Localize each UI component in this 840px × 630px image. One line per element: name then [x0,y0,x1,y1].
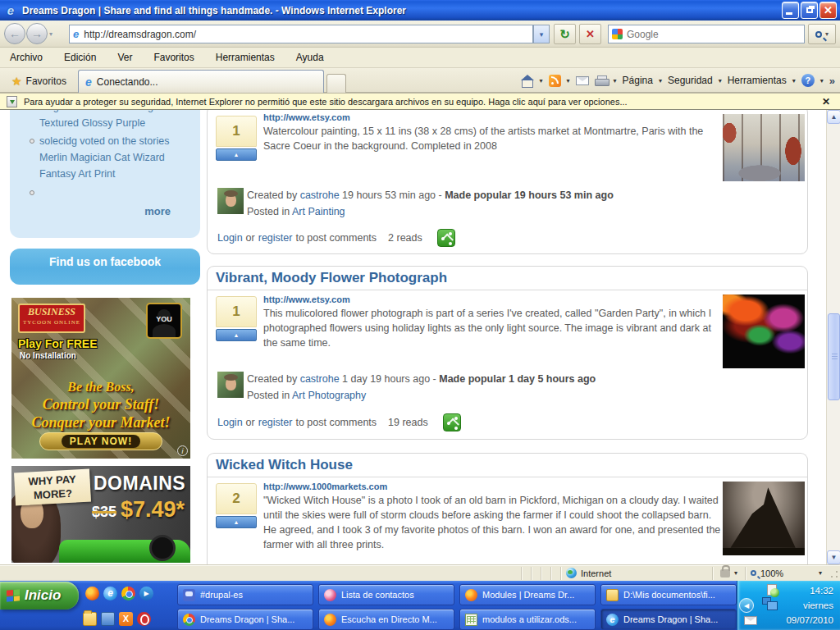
vote-up-button[interactable]: ▲ [216,148,257,161]
search-box[interactable] [608,25,805,43]
task-mis-documentos[interactable]: D:\Mis documentos\fi... [600,584,737,605]
category-link-painting[interactable]: Painting [308,206,345,217]
category-link-art[interactable]: Art [292,206,305,217]
story-thumbnail-flower[interactable] [723,294,805,368]
story-title[interactable]: Vibrant, Moody Flower Photograph [216,270,447,286]
search-input[interactable] [627,29,801,40]
update-tray-icon[interactable] [767,584,777,596]
facebook-button[interactable]: Find us on facebook [10,249,200,285]
story-source-link[interactable]: http://www.etsy.com [263,112,350,122]
menu-edicion[interactable]: Edición [64,52,96,63]
close-button[interactable]: ✕ [819,2,837,19]
task-modules-dreams[interactable]: Modules | Dreams Dr... [459,584,596,605]
print-icon[interactable] [595,75,608,85]
story-thumbnail-barn[interactable] [723,482,805,555]
page-menu[interactable]: Página [623,75,653,86]
rss-icon[interactable] [549,75,561,87]
menu-herramientas[interactable]: Herramientas [216,52,275,63]
task-dreams-dragon-chrome[interactable]: Dreams Dragon | Sha... [177,609,313,630]
category-link-art[interactable]: Art [292,390,305,401]
protected-mode-pane[interactable]: ▾ [712,567,745,580]
sidebar-link-textured-glossy[interactable]: Textured Glossy Purple [39,117,145,129]
favorites-button[interactable]: ★ Favoritos [5,71,73,90]
sidebar-link-fantasy-art[interactable]: Fantasy Art Print [39,168,115,180]
login-link[interactable]: Login [217,417,243,428]
avatar[interactable] [217,372,244,398]
sidebar-more-link[interactable]: more [144,205,171,217]
menu-ver[interactable]: Ver [117,52,132,63]
security-dropdown[interactable]: ▾ [719,77,722,84]
restore-button[interactable] [801,2,818,19]
info-bar-text[interactable]: Para ayudar a proteger su seguridad, Int… [24,97,812,107]
mail-icon[interactable] [576,76,589,85]
story-thumbnail-painting[interactable] [723,114,805,181]
ie-icon[interactable]: e [103,587,117,600]
start-button[interactable]: Inicio [0,582,79,609]
page-dropdown[interactable]: ▾ [659,77,662,84]
media-player-icon[interactable]: ▶ [139,587,153,600]
tray-clock[interactable]: 14:32 viernes 09/07/2010 [786,583,833,628]
chrome-icon[interactable] [121,587,135,600]
avatar[interactable] [217,188,244,214]
zoom-dropdown[interactable]: ▾ [819,569,822,577]
task-dreams-dragon-ie-active[interactable]: e Dreams Dragon | Sha... [600,609,737,630]
vote-up-button[interactable]: ▲ [216,329,257,341]
scrollbar-thumb[interactable] [828,313,840,400]
url-input[interactable] [84,29,529,40]
login-link[interactable]: Login [217,232,243,244]
new-tab-stub[interactable] [326,74,346,93]
info-bar-close-icon[interactable]: ✕ [819,96,833,107]
help-icon[interactable]: ? [801,74,815,87]
tools-dropdown[interactable]: ▾ [792,77,796,84]
security-info-bar[interactable]: Para ayudar a proteger su seguridad, Int… [0,93,840,110]
vote-up-button[interactable]: ▲ [216,516,257,528]
author-link[interactable]: castrohe [300,189,340,201]
author-link[interactable]: castrohe [300,373,340,385]
refresh-button[interactable]: ↻ [554,24,576,44]
menu-archivo[interactable]: Archivo [10,52,43,63]
sidebar-link-merlin-magician[interactable]: Merlin Magician Cat Wizard [39,152,165,163]
help-dropdown[interactable]: ▾ [820,77,824,84]
story-source-link[interactable]: http://www.etsy.com [263,294,350,304]
protected-mode-dropdown[interactable]: ▾ [734,569,737,577]
tools-menu[interactable]: Herramientas [728,75,787,86]
resize-grip[interactable] [827,567,840,580]
security-menu[interactable]: Seguridad [668,75,713,86]
firefox-icon[interactable] [85,587,99,600]
vertical-scrollbar[interactable]: ▲ ▼ [826,110,840,564]
search-dropdown-icon[interactable]: ▾ [825,30,829,38]
scroll-down-button[interactable]: ▼ [827,550,840,564]
ad-business-tycoon[interactable]: BUSINESS TYCOON ONLINE YOU Play For FREE… [11,298,190,459]
share-icon[interactable] [437,229,455,247]
minimize-button[interactable] [782,2,799,19]
address-field[interactable]: e [69,25,533,43]
stop-button[interactable]: ✕ [579,24,601,44]
menu-favoritos[interactable]: Favoritos [153,52,194,63]
sidebar-link-original-abstract[interactable]: Original Abstract Art Large [39,110,159,112]
zoom-pane[interactable]: 100% ▾ [745,567,827,580]
menu-ayuda[interactable]: Ayuda [296,52,324,63]
rss-dropdown[interactable]: ▾ [567,77,570,84]
back-button[interactable]: ← [4,23,25,44]
share-icon[interactable] [443,413,461,431]
xampp-icon[interactable]: X [119,612,133,626]
ad-domains[interactable]: WHY PAY MORE? DOMAINS $35 $7.49* [11,466,190,563]
sidebar-activity-voted[interactable]: solecidg voted on the stories [39,135,169,147]
recent-pages-dropdown[interactable]: ▾ [49,30,52,38]
mail-tray-icon[interactable] [744,616,757,625]
register-link[interactable]: register [258,232,293,244]
story-title[interactable]: Wicked Witch House [216,457,353,473]
opera-icon[interactable] [137,612,151,626]
ad-info-icon[interactable]: i [177,445,188,456]
task-drupal-es[interactable]: #drupal-es [177,584,313,605]
forward-button[interactable]: → [26,23,48,44]
task-escucha-directo[interactable]: Escucha en Directo M... [318,609,454,630]
task-modulos-ods[interactable]: modulos a utilizar.ods... [459,609,596,630]
overflow-chevron-icon[interactable]: » [829,75,835,87]
home-icon[interactable] [521,75,534,86]
windows-icon[interactable] [101,612,115,626]
category-link-photography[interactable]: Photography [308,390,366,401]
scroll-up-button[interactable]: ▲ [827,110,840,124]
address-dropdown[interactable]: ▾ [533,25,550,43]
tray-collapse-icon[interactable]: ◀ [739,598,754,613]
